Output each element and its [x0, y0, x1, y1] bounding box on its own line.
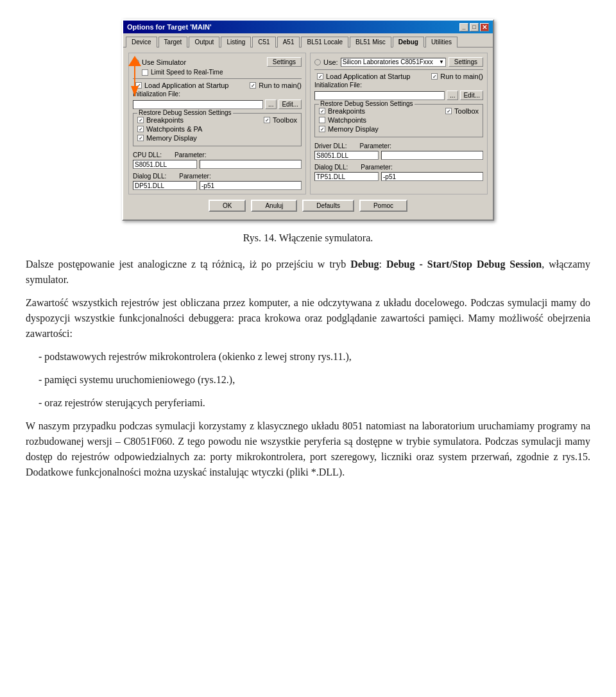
watchpoints-checkbox-left[interactable]: [137, 126, 144, 132]
use-simulator-row: Use Simulator Settings: [133, 57, 302, 67]
left-settings-button[interactable]: Settings: [267, 57, 302, 67]
page-content: Options for Target 'MAIN' _ □ ✕ Device T…: [0, 0, 616, 513]
driver-param-label-right: Parameter:: [360, 142, 391, 150]
use-simulator-radio[interactable]: [133, 59, 139, 65]
dialog-tabs: Device Target Output Listing C51 A51 BL5…: [123, 33, 493, 47]
dialog-dll-label-right: Dialog DLL:: [314, 164, 348, 171]
memory-label-right: Memory Display: [328, 125, 379, 133]
watchpoints-checkbox-right[interactable]: [319, 117, 325, 123]
tab-bl51-misc[interactable]: BL51 Misc: [350, 37, 391, 47]
use-dropdown-right[interactable]: Silicon Laboratories C8051Fxxx ▼: [341, 58, 446, 67]
memory-row-left: Memory Display: [137, 134, 297, 142]
run-to-main-label-right: Run to main(): [440, 73, 483, 80]
run-to-main-checkbox-left[interactable]: [250, 82, 256, 89]
maximize-button[interactable]: □: [470, 23, 479, 31]
load-app-label-left: Load Application at Startup: [144, 82, 228, 89]
list-item-2: - pamięci systemu uruchomieniowego (rys.…: [38, 374, 235, 385]
dialog-param-label-right: Parameter:: [361, 164, 392, 171]
dialog-dll-section-right: Dialog DLL: Parameter: TP51.DLL -p51: [314, 164, 483, 181]
restore-group-right: Restore Debug Session Settings Breakpoin…: [314, 104, 483, 137]
cpu-dll-input-left[interactable]: S8051.DLL: [133, 160, 197, 169]
dialog-param-input-left[interactable]: -p51: [200, 181, 302, 190]
dialog-title: Options for Target 'MAIN': [127, 23, 212, 31]
init-file-label-right: Initialization File:: [314, 82, 362, 89]
tab-debug[interactable]: Debug: [393, 37, 424, 47]
watchpoints-label-left: Watchpoints & PA: [146, 125, 202, 133]
load-app-label-right: Load Application at Startup: [326, 73, 410, 80]
p2-text: Zawartość wszystkich rejestrów jest obli…: [26, 297, 590, 339]
tab-device[interactable]: Device: [126, 37, 157, 47]
load-app-row-left: Load Application at Startup Run to main(…: [135, 82, 302, 89]
paragraph-3: W naszym przypadku podczas symulacji kor…: [26, 418, 590, 480]
cpu-param-input-left[interactable]: [200, 160, 302, 169]
bold-debug-session: Debug - Start/Stop Debug Session: [386, 259, 542, 270]
tab-utilities[interactable]: Utilities: [425, 37, 458, 47]
init-file-input-right[interactable]: [314, 91, 445, 100]
dialog-param-input-right[interactable]: -p51: [381, 172, 483, 181]
ok-button[interactable]: OK: [209, 200, 246, 212]
dropdown-value: Silicon Laboratories C8051Fxxx: [343, 58, 433, 65]
driver-dll-labels-right: Driver DLL: Parameter:: [314, 142, 483, 150]
dialog-dll-input-left[interactable]: DP51.DLL: [133, 181, 197, 190]
toolbox-checkbox-left[interactable]: [264, 117, 270, 123]
dialog-dll-label-left: Dialog DLL:: [133, 173, 166, 180]
driver-param-input-right[interactable]: [381, 151, 483, 160]
breakpoints-checkbox-left[interactable]: [137, 117, 144, 123]
use-label-right: Use:: [323, 58, 338, 66]
load-app-checkbox-right[interactable]: [317, 73, 323, 80]
dialog-dll-inputs-left: DP51.DLL -p51: [133, 181, 302, 190]
defaults-button[interactable]: Defaults: [302, 200, 354, 212]
breakpoints-checkbox-right[interactable]: [319, 108, 325, 114]
limit-speed-checkbox[interactable]: [142, 69, 148, 76]
run-to-main-label-left: Run to main(): [259, 82, 302, 89]
list-item-3: - oraz rejestrów sterujących peryferiami…: [38, 397, 205, 408]
memory-checkbox-left[interactable]: [137, 135, 144, 141]
main-panels: Use Simulator Settings Limit Speed to Re…: [128, 53, 488, 194]
dropdown-arrow-icon: ▼: [439, 59, 444, 65]
toolbox-checkbox-right[interactable]: [445, 108, 452, 114]
cpu-dll-labels-left: CPU DLL: Parameter:: [133, 151, 302, 159]
init-file-row-left: Initialization File:: [133, 90, 302, 98]
browse-button-left[interactable]: ...: [265, 99, 277, 109]
memory-label-left: Memory Display: [146, 134, 197, 142]
browse-button-right[interactable]: ...: [447, 90, 458, 100]
cpu-dll-inputs-left: S8051.DLL: [133, 160, 302, 169]
driver-dll-label-right: Driver DLL:: [314, 142, 347, 150]
driver-dll-section-right: Driver DLL: Parameter: S8051.DLL: [314, 142, 483, 160]
watchpoints-row-left: Watchpoints & PA: [137, 125, 297, 133]
paragraph-2: Zawartość wszystkich rejestrów jest obli…: [26, 295, 590, 341]
tab-bl51-locale[interactable]: BL51 Locale: [301, 37, 348, 47]
cancel-button[interactable]: Anuluj: [251, 200, 297, 212]
driver-dll-input-right[interactable]: S8051.DLL: [314, 151, 379, 160]
dialog-body: Use Simulator Settings Limit Speed to Re…: [123, 47, 493, 219]
tab-output[interactable]: Output: [189, 37, 219, 47]
init-file-input-left[interactable]: [133, 100, 263, 109]
load-app-row-right: Load Application at Startup Run to main(…: [317, 73, 483, 80]
dialog-dll-input-right[interactable]: TP51.DLL: [314, 172, 379, 181]
restore-group-left: Restore Debug Session Settings Breakpoin…: [133, 113, 302, 146]
tab-listing[interactable]: Listing: [221, 37, 251, 47]
separator-1: [133, 78, 302, 79]
help-button[interactable]: Pomoc: [359, 200, 407, 212]
use-radio-right[interactable]: [314, 59, 321, 65]
memory-checkbox-right[interactable]: [319, 126, 325, 132]
run-to-main-checkbox-right[interactable]: [431, 73, 438, 80]
breakpoints-label-left: Breakpoints: [146, 116, 184, 124]
breakpoints-row-left: Breakpoints Toolbox: [137, 116, 297, 124]
separator-2: [314, 69, 483, 70]
figure-caption: Rys. 14. Włączenie symulatora.: [26, 232, 590, 244]
use-simulator-label: Use Simulator: [142, 58, 186, 66]
minimize-button[interactable]: _: [459, 23, 468, 31]
load-app-checkbox-left[interactable]: [135, 82, 142, 89]
cpu-dll-section-left: CPU DLL: Parameter: S8051.DLL: [133, 151, 302, 169]
edit-button-right[interactable]: Edit...: [460, 90, 483, 100]
edit-button-left[interactable]: Edit...: [278, 99, 302, 109]
paragraph-1: Dalsze postępowanie jest analogiczne z t…: [26, 257, 590, 288]
tab-a51[interactable]: A51: [277, 37, 300, 47]
cpu-param-label-left: Parameter:: [175, 151, 206, 159]
right-settings-button[interactable]: Settings: [449, 57, 483, 67]
tab-c51[interactable]: C51: [252, 37, 275, 47]
close-button[interactable]: ✕: [480, 23, 489, 31]
tab-target[interactable]: Target: [158, 37, 188, 47]
dialog-titlebar: Options for Target 'MAIN' _ □ ✕: [123, 21, 493, 33]
